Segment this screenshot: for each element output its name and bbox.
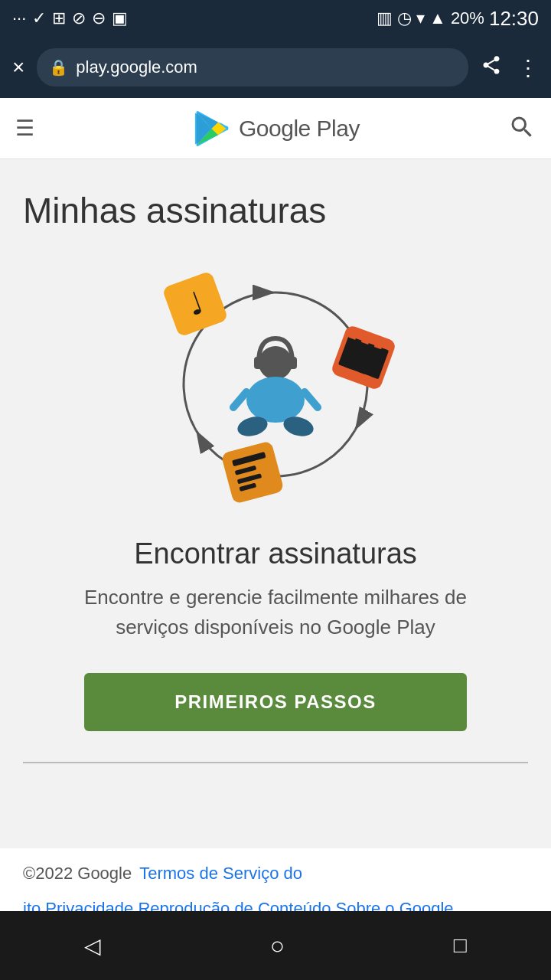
status-icons-right: ▥ ◷ ▾ ▲ 20% 12:30 bbox=[377, 7, 539, 31]
status-bar: ··· ✓ ⊞ ⊘ ⊖ ▣ ▥ ◷ ▾ ▲ 20% 12:30 bbox=[0, 0, 551, 37]
terms-link[interactable]: Termos de Serviço do bbox=[139, 864, 302, 884]
search-icon[interactable] bbox=[508, 113, 536, 144]
svg-point-7 bbox=[259, 346, 292, 380]
illustration: ♩ bbox=[115, 254, 436, 514]
svg-rect-9 bbox=[288, 357, 297, 369]
url-bar[interactable]: 🔒 play.google.com bbox=[37, 48, 468, 87]
google-play-logo-icon bbox=[191, 109, 231, 149]
svg-line-14 bbox=[305, 392, 318, 407]
svg-rect-8 bbox=[254, 357, 263, 369]
menu-icon[interactable]: ☰ bbox=[15, 116, 34, 141]
svg-point-10 bbox=[246, 377, 305, 423]
browser-bar: × 🔒 play.google.com ⋮ bbox=[0, 37, 551, 98]
back-button[interactable]: ◁ bbox=[84, 933, 101, 959]
close-tab-button[interactable]: × bbox=[12, 55, 24, 80]
subscription-illustration: ♩ bbox=[115, 254, 436, 514]
translate-icon: ⊞ bbox=[52, 8, 66, 28]
share-icon[interactable] bbox=[481, 54, 502, 81]
gplay-logo: Google Play bbox=[191, 109, 360, 149]
gplay-logo-text: Google Play bbox=[239, 116, 360, 142]
status-icons-left: ··· ✓ ⊞ ⊘ ⊖ ▣ bbox=[12, 8, 128, 28]
url-text[interactable]: play.google.com bbox=[76, 57, 197, 77]
svg-line-13 bbox=[233, 392, 246, 407]
whatsapp-icon: ✓ bbox=[32, 8, 46, 28]
svg-rect-25 bbox=[220, 440, 284, 504]
gallery-icon: ▣ bbox=[112, 8, 128, 28]
main-content: Minhas assinaturas bbox=[0, 159, 551, 848]
copyright-text: ©2022 Google bbox=[23, 864, 132, 884]
phone-vibrate-icon: ▥ bbox=[377, 8, 393, 28]
signal-icon: ▲ bbox=[429, 8, 446, 28]
lock-icon: 🔒 bbox=[49, 58, 68, 77]
section-title: Encontrar assinaturas bbox=[134, 537, 417, 570]
footer: ©2022 Google Termos de Serviço do bbox=[0, 848, 551, 899]
notification-dots-icon: ··· bbox=[12, 8, 26, 28]
section-description: Encontre e gerencie facilmente milhares … bbox=[46, 583, 505, 642]
recents-button[interactable]: □ bbox=[454, 933, 467, 958]
page-title: Minhas assinaturas bbox=[23, 190, 326, 231]
bottom-navigation: ◁ ○ □ bbox=[0, 911, 551, 980]
time-display: 12:30 bbox=[489, 7, 539, 31]
gplay-header: ☰ Google Play bbox=[0, 98, 551, 159]
more-options-icon[interactable]: ⋮ bbox=[517, 55, 539, 80]
content-divider bbox=[23, 762, 528, 763]
battery-text: 20% bbox=[451, 8, 484, 28]
alarm-icon: ◷ bbox=[397, 8, 412, 28]
primeiros-passos-button[interactable]: PRIMEIROS PASSOS bbox=[84, 673, 467, 731]
call-end-icon: ⊘ bbox=[72, 8, 86, 28]
browser-actions: ⋮ bbox=[481, 54, 539, 81]
home-button[interactable]: ○ bbox=[270, 932, 285, 960]
wifi-icon: ▾ bbox=[416, 8, 425, 28]
dnd-icon: ⊖ bbox=[92, 8, 106, 28]
